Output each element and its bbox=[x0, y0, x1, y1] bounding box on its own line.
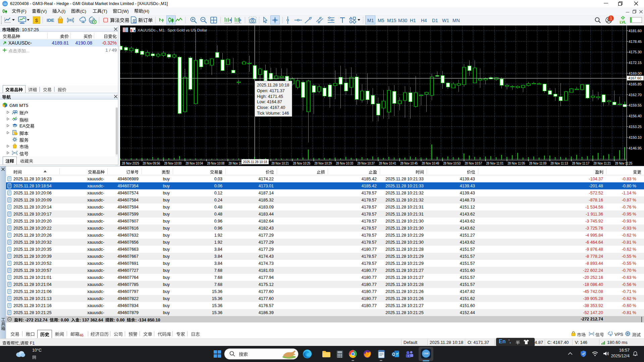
svg-text:4162.70: 4162.70 bbox=[629, 93, 642, 97]
svg-text:28 Nov 10:41: 28 Nov 10:41 bbox=[379, 161, 396, 165]
svg-text:4178.45: 4178.45 bbox=[629, 40, 642, 44]
svg-text:LVL: LVL bbox=[620, 20, 626, 24]
svg-text:28 Nov 10:37: 28 Nov 10:37 bbox=[357, 161, 375, 165]
svg-text:28 Nov 10:00: 28 Nov 10:00 bbox=[164, 161, 181, 165]
svg-text:28 Nov 09:56: 28 Nov 09:56 bbox=[143, 161, 160, 165]
svg-text:4165.85: 4165.85 bbox=[629, 82, 642, 86]
svg-text:4146.95: 4146.95 bbox=[629, 146, 642, 150]
svg-text:4175.30: 4175.30 bbox=[629, 50, 642, 54]
svg-text:28 Nov 11:09: 28 Nov 11:09 bbox=[529, 161, 546, 165]
svg-text:28 Nov 10:57: 28 Nov 10:57 bbox=[465, 161, 482, 165]
svg-text:28 Nov 10:33: 28 Nov 10:33 bbox=[336, 161, 353, 165]
svg-text:4156.40: 4156.40 bbox=[629, 114, 642, 118]
svg-text:28 Nov 10:49: 28 Nov 10:49 bbox=[422, 161, 439, 165]
svg-text:4159.55: 4159.55 bbox=[629, 103, 642, 107]
svg-text:4153.25: 4153.25 bbox=[629, 125, 642, 129]
svg-text:28 Nov 10:45: 28 Nov 10:45 bbox=[400, 161, 418, 165]
svg-text:28 Nov 10:21: 28 Nov 10:21 bbox=[271, 161, 289, 165]
svg-text:4172.15: 4172.15 bbox=[629, 61, 642, 65]
svg-text:28 Nov 10:08: 28 Nov 10:08 bbox=[207, 161, 224, 165]
svg-text:28 Nov 10:53: 28 Nov 10:53 bbox=[443, 161, 461, 165]
svg-text:28 Nov 11:25: 28 Nov 11:25 bbox=[615, 161, 632, 165]
svg-text:28 Nov 11:13: 28 Nov 11:13 bbox=[550, 161, 568, 165]
svg-text:T: T bbox=[408, 355, 409, 358]
svg-text:28 Nov 11:01: 28 Nov 11:01 bbox=[486, 161, 503, 165]
svg-text:4167.60: 4167.60 bbox=[628, 76, 641, 80]
svg-text:28 Nov 11:17: 28 Nov 11:17 bbox=[572, 161, 589, 165]
svg-text:28 Nov 11:05: 28 Nov 11:05 bbox=[507, 161, 525, 165]
svg-text:4169.00: 4169.00 bbox=[629, 71, 642, 75]
svg-text:4150.10: 4150.10 bbox=[629, 135, 642, 139]
svg-text:28 Nov 10: 28 Nov 10 bbox=[228, 161, 242, 165]
svg-text:28 Nov 10:04: 28 Nov 10:04 bbox=[185, 161, 203, 165]
svg-text:4181.60: 4181.60 bbox=[629, 29, 642, 33]
svg-text:28 Nov 10:29: 28 Nov 10:29 bbox=[314, 161, 332, 165]
svg-text:GMI: GMI bbox=[3, 3, 6, 5]
svg-text:$: $ bbox=[35, 17, 38, 23]
svg-text:2025.11.28 10:18: 2025.11.28 10:18 bbox=[243, 160, 267, 164]
svg-text:28 Nov 11:21: 28 Nov 11:21 bbox=[593, 161, 611, 165]
svg-text:28 Nov 2025: 28 Nov 2025 bbox=[122, 161, 139, 165]
svg-text:28 Nov 10:25: 28 Nov 10:25 bbox=[293, 161, 310, 165]
